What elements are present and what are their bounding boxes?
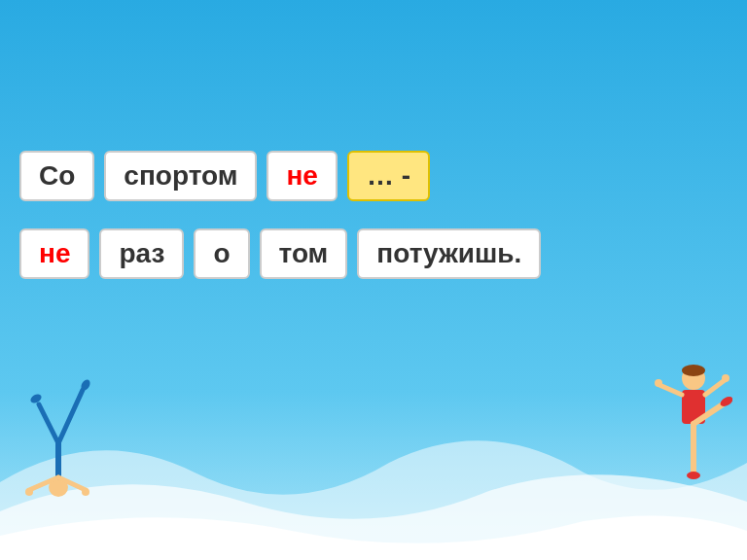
word-tom: том [260, 228, 348, 279]
svg-line-14 [705, 380, 725, 395]
gymnast-right-figure [645, 361, 732, 507]
word-ellipsis: … - [347, 151, 430, 201]
svg-point-19 [687, 472, 700, 479]
svg-point-5 [82, 488, 89, 496]
words-content: Со спортом не … - не раз о том потужишь. [0, 0, 747, 279]
wave-decoration [0, 404, 747, 560]
word-sportom: спортом [104, 151, 257, 201]
word-ne1: не [267, 151, 337, 201]
word-co: Со [19, 151, 94, 201]
svg-point-15 [655, 379, 662, 387]
gymnast-left-figure [10, 375, 107, 502]
svg-line-6 [39, 404, 58, 443]
svg-point-8 [29, 393, 43, 405]
svg-point-4 [25, 488, 33, 496]
word-potujish: потужишь. [357, 228, 541, 279]
row-1: Со спортом не … - [19, 151, 430, 201]
word-raz: раз [99, 228, 184, 279]
word-ne2: не [19, 228, 89, 279]
svg-line-7 [58, 390, 83, 443]
svg-point-16 [722, 374, 729, 382]
svg-point-11 [682, 365, 705, 376]
row-2: не раз о том потужишь. [19, 228, 541, 279]
svg-line-13 [659, 385, 682, 395]
word-o: о [194, 228, 249, 279]
